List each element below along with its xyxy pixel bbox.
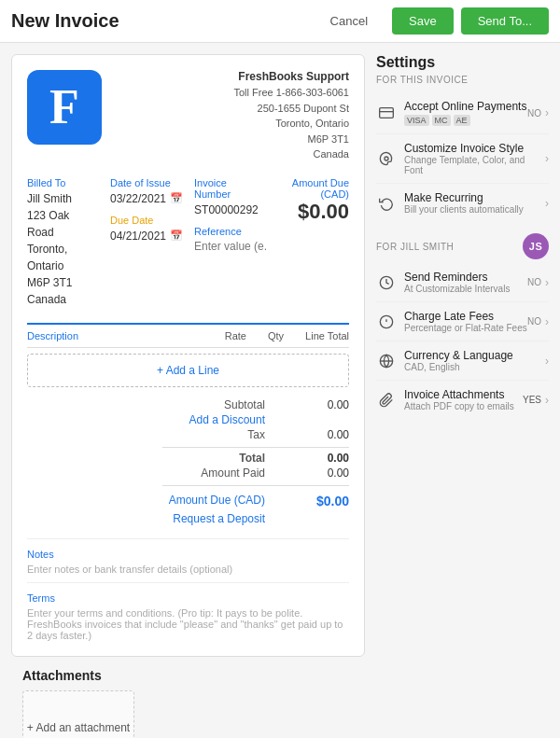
recurring-title: Make Recurring — [404, 191, 545, 204]
add-attachment-button[interactable]: + Add an attachment — [22, 690, 134, 739]
send-button[interactable]: Send To... — [461, 7, 549, 35]
currency-text: Currency & Language CAD, English — [404, 349, 545, 372]
subtotal-value: 0.00 — [302, 398, 349, 411]
clock-icon — [376, 272, 397, 293]
for-client-label: FOR JILL SMITH — [376, 242, 454, 252]
subtotal-row: Subtotal 0.00 — [162, 398, 349, 411]
page-title: New Invoice — [11, 10, 314, 32]
amount-due-final-value: $0.00 — [302, 494, 349, 508]
discount-label[interactable]: Add a Discount — [162, 413, 265, 426]
company-addr4: Canada — [113, 146, 349, 162]
reference-label: Reference — [194, 226, 266, 237]
attachments-section: Attachments + Add an attachment — [11, 668, 365, 739]
invoice-attachments-title: Invoice Attachments — [404, 388, 523, 401]
billed-to-name: Jill Smith — [27, 190, 99, 207]
settings-item-invoice-attachments[interactable]: Invoice Attachments Attach PDF copy to e… — [376, 381, 549, 419]
company-addr2: Toronto, Ontario — [113, 116, 349, 132]
company-addr1: 250-1655 Dupont St — [113, 101, 349, 117]
settings-item-late-fees[interactable]: Charge Late Fees Percentage or Flat-Rate… — [376, 302, 549, 341]
svg-point-2 — [385, 157, 388, 160]
date-of-issue-value[interactable]: 03/22/2021 — [110, 190, 166, 207]
reference-input[interactable] — [194, 240, 266, 253]
amount-due-header-value: $0.00 — [277, 200, 349, 224]
total-label: Total — [162, 452, 265, 465]
calendar-icon-2[interactable]: 📅 — [170, 230, 183, 242]
amex-icon: AE — [454, 115, 470, 126]
accept-payments-badge: NO — [527, 108, 541, 118]
customize-text: Customize Invoice Style Change Template,… — [404, 142, 545, 175]
total-row: Total 0.00 — [162, 452, 349, 465]
invoice-attachments-chevron: › — [545, 394, 549, 407]
tax-value: 0.00 — [302, 428, 349, 441]
amount-paid-row: Amount Paid 0.00 — [162, 466, 349, 480]
settings-title: Settings — [376, 54, 549, 71]
add-line-button[interactable]: + Add a Line — [27, 354, 349, 387]
calendar-icon-1[interactable]: 📅 — [170, 192, 183, 204]
reminders-text: Send Reminders At Customizable Intervals — [404, 271, 527, 294]
palette-icon — [376, 148, 397, 169]
amount-due-final-row: Amount Due (CAD) $0.00 — [162, 494, 349, 508]
for-client-section: FOR JILL SMITH JS — [376, 233, 549, 259]
settings-item-reminders[interactable]: Send Reminders At Customizable Intervals… — [376, 263, 549, 302]
terms-placeholder[interactable]: Enter your terms and conditions. (Pro ti… — [27, 607, 349, 641]
save-button[interactable]: Save — [392, 7, 454, 35]
desc-header: Description — [27, 330, 181, 341]
credit-card-icon — [376, 103, 397, 123]
customize-chevron: › — [545, 152, 549, 165]
late-fees-sub: Percentage or Flat-Rate Fees — [404, 323, 527, 333]
dates-col: Date of Issue 03/22/2021 📅 Due Date 04/2… — [110, 177, 183, 244]
billed-to-city: Toronto, Ontario — [27, 241, 99, 274]
invoice-num-col: Invoice Number ST00000292 Reference — [194, 177, 266, 253]
tax-label: Tax — [162, 428, 265, 441]
accept-payments-title: Accept Online Payments — [404, 100, 527, 113]
cancel-button[interactable]: Cancel — [314, 7, 385, 35]
due-date-label: Due Date — [110, 215, 183, 226]
late-fee-icon — [376, 312, 397, 332]
reminders-chevron: › — [545, 276, 549, 289]
add-attachment-label: + Add an attachment — [27, 721, 130, 734]
customize-sub: Change Template, Color, and Font — [404, 155, 545, 175]
recurring-sub: Bill your clients automatically — [404, 204, 545, 215]
settings-panel: Settings FOR THIS INVOICE Accept Online … — [376, 54, 549, 419]
due-date-value[interactable]: 04/21/2021 — [110, 228, 166, 244]
invoice-number-value[interactable]: ST00000292 — [194, 202, 266, 218]
settings-item-currency[interactable]: Currency & Language CAD, English › — [376, 341, 549, 381]
line-items-header: Description Rate Qty Line Total — [27, 323, 349, 348]
currency-title: Currency & Language — [404, 349, 545, 362]
recurring-chevron: › — [545, 197, 549, 210]
notes-section: Notes Enter notes or bank transfer detai… — [27, 538, 349, 575]
currency-chevron: › — [545, 355, 549, 368]
total-value: 0.00 — [302, 452, 349, 465]
notes-label: Notes — [27, 549, 349, 560]
company-name: FreshBooks Support — [113, 70, 349, 83]
reminders-badge: NO — [527, 277, 541, 287]
attachment-icon — [376, 390, 397, 411]
billed-section: Billed To Jill Smith 123 Oak Road Toront… — [27, 177, 349, 308]
svg-rect-0 — [380, 108, 394, 118]
total-header: Line Total — [284, 330, 349, 341]
for-client-items: Send Reminders At Customizable Intervals… — [376, 263, 549, 419]
rate-header: Rate — [181, 330, 246, 341]
due-date-row: 04/21/2021 📅 — [110, 228, 183, 244]
date-of-issue-row: 03/22/2021 📅 — [110, 190, 183, 207]
payment-icons: VISA MC AE — [404, 115, 527, 126]
reminders-sub: At Customizable Intervals — [404, 284, 527, 294]
notes-placeholder[interactable]: Enter notes or bank transfer details (op… — [27, 564, 349, 575]
settings-item-accept-payments[interactable]: Accept Online Payments VISA MC AE NO › — [376, 92, 549, 134]
settings-item-customize[interactable]: Customize Invoice Style Change Template,… — [376, 134, 549, 184]
billed-to-col: Billed To Jill Smith 123 Oak Road Toront… — [27, 177, 99, 308]
currency-icon — [376, 351, 397, 371]
client-avatar: JS — [523, 233, 549, 259]
customize-title: Customize Invoice Style — [404, 142, 545, 155]
visa-icon: VISA — [404, 115, 429, 126]
settings-item-recurring[interactable]: Make Recurring Bill your clients automat… — [376, 184, 549, 222]
late-fees-badge: NO — [527, 316, 541, 327]
accept-payments-chevron: › — [545, 106, 549, 119]
late-fees-title: Charge Late Fees — [404, 310, 527, 323]
accept-payments-text: Accept Online Payments VISA MC AE — [404, 100, 527, 126]
invoice-number-label: Invoice Number — [194, 177, 266, 200]
company-info: FreshBooks Support Toll Free 1-866-303-6… — [113, 70, 349, 162]
discount-row: Add a Discount — [162, 413, 349, 426]
qty-header: Qty — [246, 330, 284, 341]
deposit-label[interactable]: Request a Deposit — [162, 512, 265, 525]
